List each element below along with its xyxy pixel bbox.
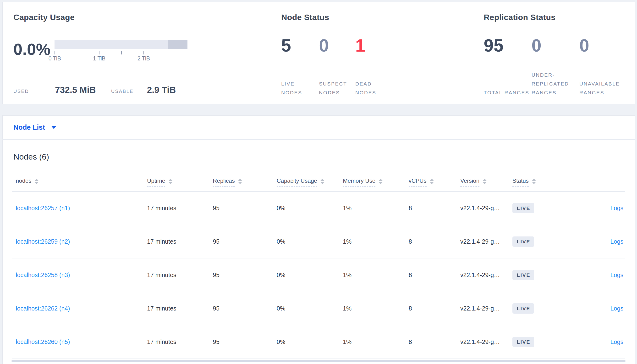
status-badge: LIVE — [512, 203, 534, 213]
logs-link[interactable]: Logs — [610, 305, 623, 312]
axis-tick — [77, 51, 77, 54]
sort-icon[interactable] — [483, 179, 487, 184]
column-header-label: Version — [460, 178, 479, 186]
axis-tick — [55, 51, 55, 54]
vcpus-cell: 8 — [409, 338, 460, 345]
view-selector-bar: Node List — [3, 115, 635, 140]
column-header-version[interactable]: Version — [460, 178, 512, 186]
capacity-cell: 0% — [277, 272, 343, 278]
axis-tick — [99, 51, 100, 54]
live-nodes-stat: 5 LIVE NODES — [281, 37, 319, 97]
column-header-label: Memory Use — [343, 178, 375, 186]
sort-icon[interactable] — [35, 179, 39, 184]
version-cell: v22.1.4-29-g… — [460, 272, 512, 278]
status-badge: LIVE — [512, 236, 534, 247]
node-link[interactable]: localhost:26262 (n4) — [16, 305, 70, 312]
uptime-cell: 17 minutes — [147, 272, 213, 278]
node-link[interactable]: localhost:26258 (n3) — [16, 272, 70, 278]
total-ranges-stat: 95 TOTAL RANGES — [484, 37, 532, 97]
under-replicated-ranges-stat: 0 UNDER-REPLICATED RANGES — [532, 37, 579, 97]
uptime-cell: 17 minutes — [147, 305, 213, 312]
replicas-cell: 95 — [213, 305, 277, 312]
axis-tick-label: 2 TiB — [138, 56, 150, 62]
unavailable-ranges-stat: 0 UNAVAILABLE RANGES — [579, 37, 628, 97]
unavailable-ranges-label: UNAVAILABLE RANGES — [579, 79, 628, 97]
axis-tick-label: 1 TiB — [93, 56, 105, 62]
table-row: localhost:26258 (n3) 17 minutes 95 0% 1%… — [12, 258, 625, 292]
uptime-cell: 17 minutes — [147, 238, 213, 245]
table-header-row: nodes Uptime Replicas Capacity Usage — [12, 171, 625, 192]
replicas-cell: 95 — [213, 238, 277, 245]
node-status-title: Node Status — [281, 13, 484, 22]
sort-icon[interactable] — [169, 179, 172, 184]
used-value: 732.5 MiB — [55, 85, 96, 95]
capacity-usage-title: Capacity Usage — [14, 13, 281, 22]
vcpus-cell: 8 — [409, 238, 460, 245]
dead-nodes-stat: 1 DEAD NODES — [355, 37, 389, 97]
node-link[interactable]: localhost:26257 (n1) — [16, 205, 70, 212]
uptime-cell: 17 minutes — [147, 205, 213, 212]
vcpus-cell: 8 — [409, 205, 460, 212]
replicas-cell: 95 — [213, 338, 277, 345]
logs-link[interactable]: Logs — [610, 238, 623, 245]
used-label: USED — [14, 88, 55, 94]
nodes-table-card: Nodes (6) nodes Uptime Replicas — [3, 140, 635, 364]
usable-value: 2.9 TiB — [147, 85, 176, 95]
column-header-label: Capacity Usage — [277, 178, 317, 186]
usable-label: USABLE — [111, 88, 147, 94]
sort-icon[interactable] — [379, 179, 383, 184]
table-row: localhost:26257 (n1) 17 minutes 95 0% 1%… — [12, 192, 625, 225]
version-cell: v22.1.4-29-g… — [460, 205, 512, 212]
sort-icon[interactable] — [430, 179, 434, 184]
sort-icon[interactable] — [532, 179, 536, 184]
status-badge: LIVE — [512, 270, 534, 280]
replicas-cell: 95 — [213, 205, 277, 212]
sort-icon[interactable] — [321, 179, 324, 184]
nodes-table-title: Nodes (6) — [14, 152, 635, 162]
logs-link[interactable]: Logs — [610, 272, 623, 278]
axis-tick — [166, 51, 166, 54]
capacity-cell: 0% — [277, 205, 343, 212]
live-nodes-value: 5 — [281, 37, 319, 54]
table-row: localhost:26259 (n2) 17 minutes 95 0% 1%… — [12, 225, 625, 258]
node-link[interactable]: localhost:26260 (n5) — [16, 338, 70, 345]
uptime-cell: 17 minutes — [147, 338, 213, 345]
memory-cell: 1% — [343, 238, 409, 245]
suspect-nodes-stat: 0 SUSPECT NODES — [319, 37, 355, 97]
horizontal-scrollbar[interactable] — [12, 360, 625, 362]
status-badge: LIVE — [512, 337, 534, 347]
axis-tick — [121, 51, 122, 54]
under-replicated-ranges-label: UNDER-REPLICATED RANGES — [532, 70, 580, 97]
live-nodes-label: LIVE NODES — [281, 79, 315, 97]
axis-tick — [143, 51, 144, 54]
replication-status-panel: Replication Status 95 TOTAL RANGES 0 UND… — [484, 2, 635, 104]
column-header-capacity-usage[interactable]: Capacity Usage — [277, 178, 343, 186]
status-badge: LIVE — [512, 303, 534, 314]
memory-cell: 1% — [343, 338, 409, 345]
axis-tick-label: 0 TiB — [49, 56, 61, 62]
column-header-label: nodes — [16, 178, 31, 186]
column-header-status[interactable]: Status — [512, 178, 572, 186]
logs-link[interactable]: Logs — [610, 338, 623, 345]
column-header-uptime[interactable]: Uptime — [147, 178, 213, 186]
column-header-label: Replicas — [213, 178, 235, 186]
node-status-panel: Node Status 5 LIVE NODES 0 SUSPECT NODES… — [281, 2, 484, 104]
column-header-logs — [572, 178, 625, 186]
unavailable-ranges-value: 0 — [579, 37, 628, 54]
logs-link[interactable]: Logs — [610, 205, 623, 212]
under-replicated-ranges-value: 0 — [532, 37, 579, 54]
capacity-cell: 0% — [277, 305, 343, 312]
node-link[interactable]: localhost:26259 (n2) — [16, 238, 70, 245]
column-header-replicas[interactable]: Replicas — [213, 178, 277, 186]
column-header-vcpus[interactable]: vCPUs — [409, 178, 460, 186]
capacity-bar-reserved-segment — [168, 40, 187, 49]
column-header-label: Status — [512, 178, 529, 186]
caret-down-icon — [51, 126, 57, 129]
sort-icon[interactable] — [238, 179, 242, 184]
vcpus-cell: 8 — [409, 272, 460, 278]
column-header-memory-use[interactable]: Memory Use — [343, 178, 409, 186]
node-list-dropdown-label: Node List — [14, 124, 45, 131]
node-list-dropdown[interactable]: Node List — [14, 124, 57, 131]
column-header-nodes[interactable]: nodes — [16, 178, 147, 186]
table-row: localhost:26262 (n4) 17 minutes 95 0% 1%… — [12, 292, 625, 325]
